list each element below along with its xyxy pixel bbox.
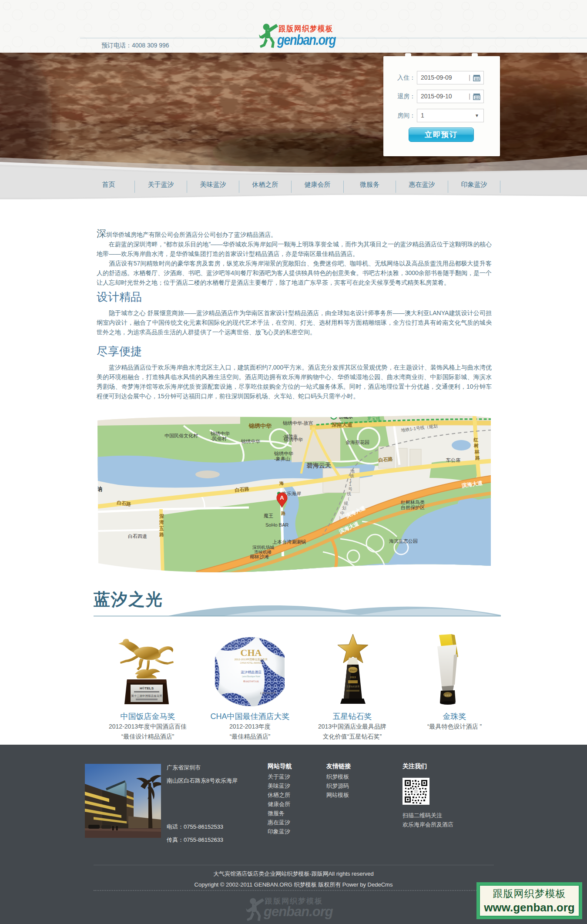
svg-text:路: 路 [475, 455, 480, 460]
svg-text:锦绣中华: 锦绣中华 [241, 439, 260, 444]
svg-text:）: ） [339, 515, 343, 520]
svg-text:规: 规 [344, 501, 348, 506]
svg-text:车公庙: 车公庙 [446, 457, 460, 463]
svg-text:-民俗村: -民俗村 [211, 436, 227, 441]
svg-text:金珠奖: 金珠奖 [445, 694, 451, 696]
svg-text:五: 五 [159, 526, 164, 531]
svg-text:划: 划 [342, 506, 346, 511]
svg-text:上本台湾涮涮锅: 上本台湾涮涮锅 [272, 539, 306, 544]
svg-text:（: （ [345, 496, 350, 501]
svg-text:锦绣中华: 锦绣中华 [248, 423, 272, 429]
svg-text:号: 号 [348, 487, 352, 491]
svg-text:2012-2013中国最佳酒店大奖: 2012-2013中国最佳酒店大奖 [235, 658, 268, 661]
svg-text:树: 树 [473, 443, 479, 448]
svg-text:侨城东: 侨城东 [338, 414, 353, 419]
svg-text:铁: 铁 [350, 474, 354, 478]
svg-text:林: 林 [474, 449, 480, 454]
svg-text:海: 海 [279, 481, 284, 486]
svg-text:红树林鸟类: 红树林鸟类 [401, 500, 425, 505]
svg-text:CHA: CHA [241, 647, 262, 658]
svg-text:五星钻石奖章: 五星钻石奖章 [346, 685, 359, 688]
svg-text:魔王: 魔王 [264, 513, 273, 518]
svg-text:线: 线 [347, 491, 351, 496]
svg-text:锦绣中华-故宫: 锦绣中华-故宫 [282, 420, 313, 426]
svg-text:LifeStyle®: LifeStyle® [260, 691, 276, 695]
svg-text:深圳机场城: 深圳机场城 [252, 545, 274, 550]
svg-text:路: 路 [159, 532, 164, 537]
svg-text:路: 路 [281, 511, 286, 516]
svg-text:SoHo BAR: SoHo BAR [265, 522, 288, 528]
svg-text:罗宝线: 罗宝线 [367, 416, 380, 421]
svg-text:深: 深 [159, 514, 164, 519]
svg-text:金海燕花园: 金海燕花园 [345, 440, 369, 445]
svg-text:深南大道: 深南大道 [331, 422, 353, 428]
svg-text:海滨生态公园: 海滨生态公园 [389, 538, 418, 544]
svg-text:-象鼻山: -象鼻山 [274, 456, 290, 461]
svg-text:五星钻石奖: 五星钻石奖 [348, 669, 359, 672]
svg-text:自然保护区: 自然保护区 [401, 505, 425, 510]
svg-text:纳: 纳 [97, 486, 102, 492]
svg-text:地: 地 [350, 469, 355, 474]
svg-text:椰林沙滩: 椰林沙滩 [250, 554, 269, 559]
svg-text:第十三届中国饭店金马奖: 第十三届中国饭店金马奖 [131, 694, 162, 698]
svg-text:红: 红 [473, 437, 479, 442]
svg-text:中国民俗文化村: 中国民俗文化村 [164, 433, 198, 438]
svg-text:蓝汐精品酒店: 蓝汐精品酒店 [241, 670, 262, 674]
svg-text:1: 1 [349, 482, 352, 487]
svg-text:Lanxi Boutique Hotel: Lanxi Boutique Hotel [242, 675, 260, 678]
svg-text:锦绣中华: 锦绣中华 [274, 451, 293, 456]
svg-text:H©TELS: H©TELS [140, 686, 154, 690]
svg-text:CHINA HOTEL AWARDS: CHINA HOTEL AWARDS [240, 662, 262, 664]
svg-text:白石四道: 白石四道 [128, 534, 147, 539]
svg-text:湾: 湾 [159, 520, 164, 525]
svg-text:A: A [280, 494, 284, 501]
svg-text:-城隍庙: -城隍庙 [283, 434, 297, 439]
svg-text:碧海云天: 碧海云天 [306, 462, 331, 469]
svg-text:2013: 2013 [350, 676, 356, 679]
svg-text:锦绣中华: 锦绣中华 [210, 431, 230, 436]
svg-text:中: 中 [340, 511, 345, 515]
